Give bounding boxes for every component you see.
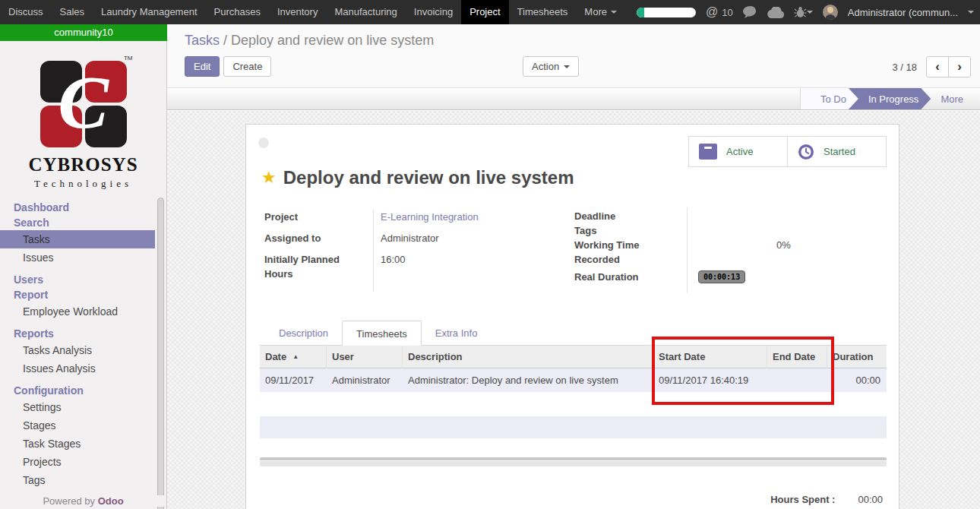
project-value-link[interactable]: E-Learning Integration (381, 210, 479, 225)
timesheet-row[interactable]: 09/11/2017 Administrator Administrator: … (260, 368, 887, 392)
action-dropdown-button[interactable]: Action (523, 56, 579, 77)
active-stat-button[interactable]: Active (688, 136, 788, 167)
nav-item-laundry-management[interactable]: Laundry Management (93, 0, 205, 24)
column-header-description[interactable]: Description (403, 346, 653, 368)
kanban-state-dot[interactable] (258, 138, 269, 148)
column-header-duration[interactable]: Duration (827, 346, 887, 368)
edit-button[interactable]: Edit (185, 56, 220, 77)
planned-hours-label: Initially Planned Hours (264, 253, 373, 282)
powered-by-text: Powered by (43, 495, 95, 507)
user-avatar[interactable] (823, 5, 838, 20)
real-duration-label: Real Duration (574, 270, 694, 285)
nav-item-invoicing[interactable]: Invoicing (406, 0, 461, 24)
star-icon[interactable]: ★ (261, 169, 277, 186)
timesheet-table-header: Date▲ User Description Start Date End Da… (260, 346, 887, 368)
sidebar-item-issues[interactable]: Issues (0, 248, 166, 267)
column-header-end-date[interactable]: End Date (767, 346, 827, 368)
nav-item-project[interactable]: Project (461, 0, 508, 24)
field-deadline: Deadline (574, 210, 883, 224)
hours-spent-label: Hours Spent : (770, 494, 835, 505)
nav-item-timesheets[interactable]: Timesheets (509, 0, 577, 24)
breadcrumb-tasks-link[interactable]: Tasks (185, 33, 220, 48)
started-stat-button[interactable]: Started (787, 136, 887, 167)
pager-next-button[interactable]: › (948, 56, 971, 77)
column-header-user[interactable]: User (327, 346, 403, 368)
field-tags: Tags (574, 224, 883, 239)
logo-brand-text: CYBROSYS (27, 154, 141, 175)
sidebar-item-task-stages[interactable]: Task Stages (0, 435, 166, 453)
sidebar-item-settings[interactable]: Settings (0, 398, 166, 416)
empty-add-row[interactable] (260, 416, 887, 438)
working-time-recorded-label: Working Time Recorded (574, 239, 694, 267)
nav-item-more[interactable]: More (576, 0, 625, 24)
nav-item-inventory[interactable]: Inventory (269, 0, 326, 24)
debug-bug-icon[interactable] (794, 6, 813, 18)
nav-more-label: More (584, 6, 607, 17)
nav-item-discuss[interactable]: Discuss (0, 0, 52, 24)
breadcrumb-current: Deploy and review on live system (231, 33, 434, 48)
control-panel: Tasks / Deploy and review on live system… (167, 24, 980, 87)
mention-count: 10 (722, 7, 732, 18)
sidebar-item-configuration[interactable]: Configuration (0, 383, 166, 398)
logo-sub-text: Technologies (27, 178, 141, 190)
cloud-icon[interactable] (767, 7, 784, 18)
sidebar-item-users[interactable]: Users (0, 272, 166, 287)
cell-date: 09/11/2017 (260, 375, 327, 386)
timesheet-table: Date▲ User Description Start Date End Da… (260, 346, 887, 392)
cell-user: Administrator (327, 375, 403, 386)
powered-by: Powered by Odoo (0, 495, 166, 507)
sidebar-item-dashboard[interactable]: Dashboard (0, 200, 166, 215)
planned-hours-value: 16:00 (381, 253, 406, 267)
sidebar-item-employee-workload[interactable]: Employee Workload (0, 302, 166, 321)
task-title: Deploy and review on live system (283, 167, 574, 188)
status-bar: To Do In Progress More (167, 87, 980, 110)
sidebar-item-report[interactable]: Report (0, 287, 166, 302)
mentions-counter[interactable]: @ 10 (706, 5, 733, 19)
sidebar: C TM CYBROSYS Technologies Dashboard Sea… (0, 41, 167, 509)
tab-timesheets[interactable]: Timesheets (342, 321, 422, 346)
user-menu-label[interactable]: Administrator (commun... (848, 7, 958, 18)
nav-item-purchases[interactable]: Purchases (206, 0, 269, 24)
stage-in-progress[interactable]: In Progress (849, 88, 931, 109)
sidebar-item-projects[interactable]: Projects (0, 453, 166, 471)
timer-progress-bar[interactable] (637, 8, 696, 17)
topbar-systray: @ 10 Administrator (commun... (637, 5, 980, 20)
sidebar-item-reports[interactable]: Reports (0, 326, 166, 341)
nav-item-sales[interactable]: Sales (52, 0, 93, 24)
sidebar-item-tags[interactable]: Tags (0, 471, 166, 489)
sidebar-item-issues-analysis[interactable]: Issues Analysis (0, 359, 166, 378)
tab-description[interactable]: Description (265, 321, 342, 345)
create-button[interactable]: Create (223, 56, 271, 77)
form-view-background: Active Started ★ Deploy and review on li… (167, 111, 980, 509)
field-planned-hours: Initially Planned Hours 16:00 (264, 253, 568, 282)
form-sheet: Active Started ★ Deploy and review on li… (245, 124, 899, 509)
nav-item-manufacturing[interactable]: Manufacturing (326, 0, 405, 24)
working-time-recorded-value: 0% (694, 239, 873, 253)
pager-previous-button[interactable]: ‹ (926, 56, 949, 77)
logo-letter-c: C (40, 58, 127, 144)
messages-icon[interactable] (743, 6, 757, 19)
column-header-date[interactable]: Date▲ (260, 346, 327, 368)
archive-icon (699, 144, 717, 160)
tab-extra-info[interactable]: Extra Info (422, 321, 492, 345)
column-header-start-date[interactable]: Start Date (653, 346, 767, 368)
app-menu: Discuss Sales Laundry Management Purchas… (0, 0, 625, 24)
field-real-duration: Real Duration 00:00:13 (574, 270, 883, 285)
sidebar-item-tasks[interactable]: Tasks (0, 230, 155, 248)
chevron-down-icon[interactable] (968, 11, 974, 17)
field-group-right: Deadline Tags Working Time Recorded 0% R… (574, 210, 883, 285)
sidebar-item-search[interactable]: Search (0, 215, 166, 230)
record-buttons: Edit Create (185, 56, 271, 77)
sidebar-item-tasks-analysis[interactable]: Tasks Analysis (0, 341, 166, 359)
stat-buttons: Active Started (688, 136, 887, 167)
stage-to-do[interactable]: To Do (800, 88, 858, 109)
sort-ascending-icon: ▲ (292, 353, 299, 360)
odoo-brand-link[interactable]: Odoo (98, 495, 124, 507)
horizontal-scrollbar[interactable] (260, 457, 887, 466)
assigned-to-value: Administrator (381, 232, 439, 246)
sidebar-item-stages[interactable]: Stages (0, 416, 166, 435)
sidebar-scrollbar[interactable] (157, 198, 164, 509)
started-stat-label: Started (824, 146, 855, 157)
company-logo: C TM CYBROSYS Technologies (27, 61, 141, 190)
record-pager: 3 / 18 ‹ › (892, 56, 971, 77)
